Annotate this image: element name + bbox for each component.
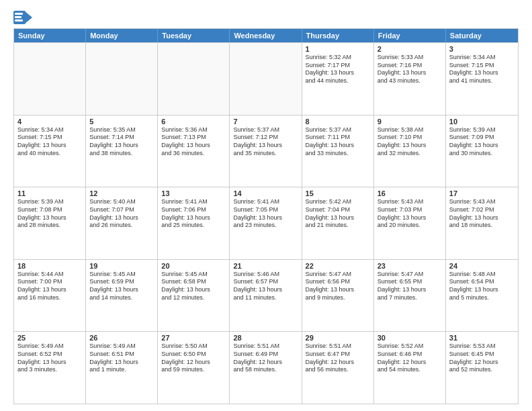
day-info: Sunrise: 5:44 AM Sunset: 7:00 PM Dayligh… — [17, 271, 82, 302]
day-info: Sunrise: 5:39 AM Sunset: 7:08 PM Dayligh… — [17, 198, 82, 230]
day-number: 20 — [161, 262, 226, 270]
day-number: 11 — [17, 189, 82, 197]
day-info: Sunrise: 5:50 AM Sunset: 6:50 PM Dayligh… — [161, 342, 226, 374]
day-cell-3: 3Sunrise: 5:34 AM Sunset: 7:15 PM Daylig… — [446, 43, 518, 115]
day-number: 27 — [161, 334, 226, 342]
day-info: Sunrise: 5:35 AM Sunset: 7:14 PM Dayligh… — [89, 126, 154, 158]
day-info: Sunrise: 5:40 AM Sunset: 7:07 PM Dayligh… — [89, 198, 154, 230]
day-cell-12: 12Sunrise: 5:40 AM Sunset: 7:07 PM Dayli… — [86, 187, 158, 259]
calendar-row-3: 11Sunrise: 5:39 AM Sunset: 7:08 PM Dayli… — [14, 187, 518, 259]
svg-marker-1 — [24, 11, 32, 24]
day-info: Sunrise: 5:43 AM Sunset: 7:02 PM Dayligh… — [449, 198, 515, 230]
day-info: Sunrise: 5:39 AM Sunset: 7:09 PM Dayligh… — [449, 126, 515, 158]
day-info: Sunrise: 5:41 AM Sunset: 7:06 PM Dayligh… — [161, 198, 226, 230]
day-info: Sunrise: 5:33 AM Sunset: 7:16 PM Dayligh… — [378, 54, 442, 85]
day-cell-19: 19Sunrise: 5:45 AM Sunset: 6:59 PM Dayli… — [86, 260, 158, 332]
day-number: 24 — [449, 262, 515, 270]
day-info: Sunrise: 5:47 AM Sunset: 6:56 PM Dayligh… — [306, 271, 370, 302]
header-cell-tuesday: Tuesday — [158, 29, 230, 42]
calendar-body: 1Sunrise: 5:32 AM Sunset: 7:17 PM Daylig… — [14, 42, 518, 404]
day-info: Sunrise: 5:48 AM Sunset: 6:54 PM Dayligh… — [449, 271, 515, 302]
day-cell-15: 15Sunrise: 5:42 AM Sunset: 7:04 PM Dayli… — [302, 187, 374, 259]
calendar-row-4: 18Sunrise: 5:44 AM Sunset: 7:00 PM Dayli… — [14, 259, 518, 332]
day-number: 23 — [378, 262, 442, 270]
day-number: 29 — [306, 334, 370, 342]
day-info: Sunrise: 5:42 AM Sunset: 7:04 PM Dayligh… — [306, 198, 370, 230]
svg-rect-3 — [15, 16, 21, 18]
day-cell-10: 10Sunrise: 5:39 AM Sunset: 7:09 PM Dayli… — [446, 116, 518, 187]
day-cell-18: 18Sunrise: 5:44 AM Sunset: 7:00 PM Dayli… — [14, 260, 86, 332]
day-cell-16: 16Sunrise: 5:43 AM Sunset: 7:03 PM Dayli… — [374, 187, 446, 259]
day-info: Sunrise: 5:32 AM Sunset: 7:17 PM Dayligh… — [306, 54, 370, 85]
day-number: 2 — [378, 45, 442, 53]
header-cell-saturday: Saturday — [446, 29, 518, 42]
page: SundayMondayTuesdayWednesdayThursdayFrid… — [0, 0, 532, 411]
logo — [13, 11, 34, 24]
day-cell-30: 30Sunrise: 5:52 AM Sunset: 6:46 PM Dayli… — [374, 332, 446, 404]
header-cell-wednesday: Wednesday — [230, 29, 302, 42]
day-number: 8 — [306, 118, 370, 126]
calendar: SundayMondayTuesdayWednesdayThursdayFrid… — [13, 28, 519, 404]
empty-cell — [230, 43, 302, 115]
day-number: 18 — [17, 262, 82, 270]
day-number: 31 — [449, 334, 515, 342]
day-number: 25 — [17, 334, 82, 342]
day-info: Sunrise: 5:51 AM Sunset: 6:47 PM Dayligh… — [306, 342, 370, 374]
day-number: 1 — [306, 45, 370, 53]
day-cell-22: 22Sunrise: 5:47 AM Sunset: 6:56 PM Dayli… — [302, 260, 374, 332]
day-cell-27: 27Sunrise: 5:50 AM Sunset: 6:50 PM Dayli… — [158, 332, 230, 404]
calendar-row-1: 1Sunrise: 5:32 AM Sunset: 7:17 PM Daylig… — [14, 42, 518, 115]
day-cell-21: 21Sunrise: 5:46 AM Sunset: 6:57 PM Dayli… — [230, 260, 302, 332]
day-cell-9: 9Sunrise: 5:38 AM Sunset: 7:10 PM Daylig… — [374, 116, 446, 187]
day-info: Sunrise: 5:45 AM Sunset: 6:59 PM Dayligh… — [89, 271, 154, 302]
day-number: 15 — [306, 189, 370, 197]
day-number: 9 — [378, 118, 442, 126]
day-cell-25: 25Sunrise: 5:49 AM Sunset: 6:52 PM Dayli… — [14, 332, 86, 404]
day-info: Sunrise: 5:37 AM Sunset: 7:11 PM Dayligh… — [306, 126, 370, 158]
day-cell-8: 8Sunrise: 5:37 AM Sunset: 7:11 PM Daylig… — [302, 116, 374, 187]
day-info: Sunrise: 5:38 AM Sunset: 7:10 PM Dayligh… — [378, 126, 442, 158]
day-info: Sunrise: 5:45 AM Sunset: 6:58 PM Dayligh… — [161, 271, 226, 302]
day-number: 21 — [233, 262, 298, 270]
svg-rect-4 — [15, 19, 23, 21]
day-info: Sunrise: 5:37 AM Sunset: 7:12 PM Dayligh… — [233, 126, 298, 158]
empty-cell — [14, 43, 86, 115]
header-cell-thursday: Thursday — [302, 29, 374, 42]
day-cell-14: 14Sunrise: 5:41 AM Sunset: 7:05 PM Dayli… — [230, 187, 302, 259]
day-info: Sunrise: 5:34 AM Sunset: 7:15 PM Dayligh… — [449, 54, 515, 85]
day-info: Sunrise: 5:49 AM Sunset: 6:52 PM Dayligh… — [17, 342, 82, 374]
day-number: 17 — [449, 189, 515, 197]
day-info: Sunrise: 5:53 AM Sunset: 6:45 PM Dayligh… — [449, 342, 515, 374]
day-cell-7: 7Sunrise: 5:37 AM Sunset: 7:12 PM Daylig… — [230, 116, 302, 187]
day-cell-1: 1Sunrise: 5:32 AM Sunset: 7:17 PM Daylig… — [302, 43, 374, 115]
day-number: 6 — [161, 118, 226, 126]
day-number: 12 — [89, 189, 154, 197]
day-info: Sunrise: 5:49 AM Sunset: 6:51 PM Dayligh… — [89, 342, 154, 374]
day-number: 22 — [306, 262, 370, 270]
day-cell-31: 31Sunrise: 5:53 AM Sunset: 6:45 PM Dayli… — [446, 332, 518, 404]
day-cell-4: 4Sunrise: 5:34 AM Sunset: 7:15 PM Daylig… — [14, 116, 86, 187]
day-cell-13: 13Sunrise: 5:41 AM Sunset: 7:06 PM Dayli… — [158, 187, 230, 259]
day-number: 28 — [233, 334, 298, 342]
day-cell-26: 26Sunrise: 5:49 AM Sunset: 6:51 PM Dayli… — [86, 332, 158, 404]
day-info: Sunrise: 5:46 AM Sunset: 6:57 PM Dayligh… — [233, 271, 298, 302]
calendar-header: SundayMondayTuesdayWednesdayThursdayFrid… — [14, 29, 518, 42]
day-number: 30 — [378, 334, 442, 342]
day-cell-11: 11Sunrise: 5:39 AM Sunset: 7:08 PM Dayli… — [14, 187, 86, 259]
day-cell-5: 5Sunrise: 5:35 AM Sunset: 7:14 PM Daylig… — [86, 116, 158, 187]
header — [13, 11, 519, 24]
day-info: Sunrise: 5:51 AM Sunset: 6:49 PM Dayligh… — [233, 342, 298, 374]
day-cell-28: 28Sunrise: 5:51 AM Sunset: 6:49 PM Dayli… — [230, 332, 302, 404]
header-cell-friday: Friday — [374, 29, 446, 42]
header-cell-monday: Monday — [86, 29, 158, 42]
day-number: 16 — [378, 189, 442, 197]
day-info: Sunrise: 5:34 AM Sunset: 7:15 PM Dayligh… — [17, 126, 82, 158]
svg-rect-2 — [15, 13, 23, 15]
day-number: 14 — [233, 189, 298, 197]
day-cell-20: 20Sunrise: 5:45 AM Sunset: 6:58 PM Dayli… — [158, 260, 230, 332]
day-info: Sunrise: 5:52 AM Sunset: 6:46 PM Dayligh… — [378, 342, 442, 374]
day-info: Sunrise: 5:43 AM Sunset: 7:03 PM Dayligh… — [378, 198, 442, 230]
empty-cell — [86, 43, 158, 115]
day-info: Sunrise: 5:47 AM Sunset: 6:55 PM Dayligh… — [378, 271, 442, 302]
day-info: Sunrise: 5:41 AM Sunset: 7:05 PM Dayligh… — [233, 198, 298, 230]
